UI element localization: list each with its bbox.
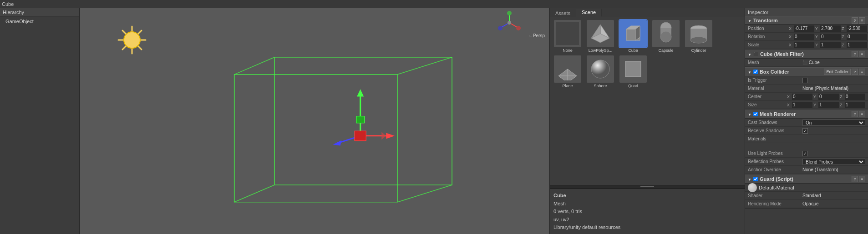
guard-script-menu[interactable]: ≡ [859, 176, 865, 182]
center-x[interactable] [792, 94, 812, 100]
size-x[interactable] [792, 102, 812, 108]
anchor-override-value: None (Transform) [802, 167, 865, 172]
svg-point-29 [498, 26, 503, 30]
hierarchy-item-gameobject[interactable]: GameObject [4, 18, 76, 25]
guard-script-lock[interactable]: ? [852, 176, 858, 182]
mesh-filter-label: Cube (Mesh Filter) [760, 51, 804, 57]
main-layout: Hierarchy GameObject [0, 8, 868, 234]
size-y[interactable] [818, 102, 839, 108]
position-z-input[interactable] [847, 25, 867, 32]
collider-material-value: None (Physic Material) [802, 86, 865, 91]
shader-value: Standard [802, 193, 865, 198]
position-label: Position [748, 26, 789, 31]
asset-cube[interactable]: Cube [617, 19, 649, 54]
center-row: Center X Y Z [745, 93, 868, 101]
box-collider-section: Box Collider Edit Collider ? ≡ Is Trigge… [745, 67, 868, 110]
asset-type: Mesh [553, 200, 741, 208]
scene-gizmo [497, 10, 522, 35]
svg-point-39 [660, 31, 671, 42]
transform-label: Transform [753, 18, 778, 23]
scale-y-field: Y [815, 42, 841, 48]
reflection-probes-row: Reflection Probes Blend Probes Off Simpl… [745, 158, 868, 166]
center-z[interactable] [845, 94, 865, 100]
hierarchy-panel: Hierarchy GameObject [0, 8, 80, 234]
use-light-probes-checkbox[interactable] [802, 151, 808, 156]
box-collider-lock[interactable]: ? [852, 69, 858, 75]
asset-quad[interactable]: Quad [617, 55, 649, 89]
is-trigger-checkbox[interactable] [802, 78, 808, 83]
scale-row: Scale X Y Z [745, 41, 868, 49]
box-collider-menu[interactable]: ≡ [859, 69, 865, 75]
scale-z-input[interactable] [847, 42, 867, 48]
mesh-renderer-enabled[interactable] [753, 112, 758, 116]
svg-line-12 [397, 57, 452, 75]
asset-lowpolysp[interactable]: LowPolySp... [584, 19, 616, 54]
asset-plane[interactable]: Plane [552, 55, 584, 89]
assets-info: Cube Mesh 0 verts, 0 tris uv, uv2 Librar… [553, 192, 741, 232]
guard-script-label: Guard (Script) [760, 176, 793, 182]
scale-xyz: X Y Z [789, 42, 867, 48]
transform-section: Transform ? ≡ Position X [745, 16, 868, 50]
assets-footer: Cube Mesh 0 verts, 0 tris uv, uv2 Librar… [550, 189, 745, 234]
position-x-field: X [789, 25, 814, 32]
position-x-input[interactable] [794, 25, 814, 32]
center-label: Center [748, 94, 787, 99]
mesh-renderer-label: Mesh Renderer [760, 111, 796, 117]
mesh-renderer-section: Mesh Renderer ? ≡ Cast Shadows On Off Tw… [745, 110, 868, 174]
rotation-y-input[interactable] [820, 34, 841, 40]
tab-assets[interactable]: Assets [550, 10, 576, 17]
svg-point-25 [507, 11, 512, 15]
center-xyz: X Y Z [787, 94, 865, 100]
top-bar: Cube [0, 0, 868, 8]
rendering-mode-row: Rendering Mode Opaque [745, 200, 868, 208]
reflection-probes-select[interactable]: Blend Probes Off Simple [802, 159, 865, 165]
mesh-filter-menu[interactable]: ≡ [859, 51, 865, 57]
svg-line-11 [234, 57, 274, 75]
position-z-field: Z [842, 25, 867, 32]
mesh-renderer-menu[interactable]: ≡ [859, 111, 865, 117]
rotation-x-input[interactable] [794, 34, 814, 40]
scale-y-input[interactable] [820, 42, 841, 48]
position-y-field: Y [815, 25, 841, 32]
svg-marker-18 [386, 133, 395, 139]
box-collider-enabled[interactable] [753, 70, 758, 74]
transform-lock-btn[interactable]: ? [852, 17, 858, 24]
rendering-mode-label: Rendering Mode [748, 201, 802, 206]
assets-tabs: Assets Scene [550, 8, 745, 17]
edit-collider-btn[interactable]: Edit Collider [824, 69, 851, 75]
reflection-probes-label: Reflection Probes [748, 159, 802, 164]
hierarchy-label: Hierarchy [3, 10, 24, 15]
asset-none[interactable]: None [552, 19, 584, 54]
receive-shadows-checkbox[interactable] [802, 128, 808, 134]
guard-script-collapse [748, 176, 751, 182]
guard-script-enabled[interactable] [753, 177, 758, 181]
rotation-xyz: X Y Z [789, 34, 867, 40]
rotation-y-field: Y [815, 34, 841, 40]
asset-name: Cube [553, 192, 741, 200]
asset-sphere[interactable]: Sphere [584, 55, 616, 89]
scene-canvas[interactable]: ←Persp [80, 8, 549, 234]
mesh-renderer-header: Mesh Renderer ? ≡ [745, 110, 868, 119]
materials-label: Materials [748, 136, 802, 141]
asset-cylinder[interactable]: Cylinder [683, 19, 715, 54]
mesh-renderer-lock[interactable]: ? [852, 111, 858, 117]
inspector-panel: Inspector Transform ? ≡ Position [745, 8, 868, 234]
asset-capsule[interactable]: Capsule [650, 19, 682, 54]
svg-point-46 [591, 60, 609, 78]
inspector-header: Inspector [745, 8, 868, 16]
mesh-filter-header: ⬛ Cube (Mesh Filter) ? ≡ [745, 50, 868, 59]
cast-shadows-select[interactable]: On Off Two Sided [802, 119, 865, 126]
mesh-label: Mesh [748, 60, 802, 65]
mesh-row: Mesh ⬛ Cube [745, 59, 868, 67]
cast-shadows-row: Cast Shadows On Off Two Sided [745, 119, 868, 127]
mesh-filter-lock[interactable]: ? [852, 51, 858, 57]
transform-menu-btn[interactable]: ≡ [859, 17, 865, 24]
position-y-input[interactable] [820, 25, 841, 32]
tab-scene[interactable]: Scene [576, 9, 602, 17]
svg-marker-23 [381, 132, 386, 139]
scale-x-input[interactable] [794, 42, 814, 48]
use-light-probes-row: Use Light Probes [745, 149, 868, 158]
center-y[interactable] [818, 94, 839, 100]
size-z[interactable] [845, 102, 865, 108]
rotation-z-input[interactable] [847, 34, 867, 40]
